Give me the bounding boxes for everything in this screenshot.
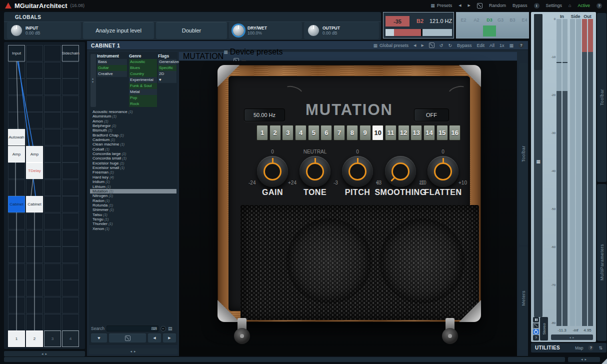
preset-item[interactable]: Hard key (4)	[90, 175, 176, 180]
analyze-input-button[interactable]: Analyze input level	[83, 22, 154, 39]
filter-item[interactable]: Blues	[129, 65, 157, 71]
prev-item-button[interactable]: ◀	[148, 334, 161, 342]
home-icon[interactable]: ⌂	[568, 3, 571, 8]
help-icon[interactable]: ?	[518, 42, 524, 48]
prev-preset-button[interactable]: ◀	[458, 4, 461, 8]
drywet-knob[interactable]	[233, 25, 244, 36]
preset-item[interactable]: Cobalt (1)	[90, 147, 176, 152]
preset-item[interactable]: Rotunda (1)	[90, 203, 176, 208]
presets-menu[interactable]: ▦Presets	[430, 3, 452, 8]
step-button-15[interactable]: 15	[436, 125, 448, 140]
filter-item[interactable]: 2D	[158, 71, 176, 77]
patch-node-slot4[interactable]: 4	[62, 330, 79, 347]
random-button[interactable]: Random	[489, 3, 506, 8]
preset-item[interactable]: Freeman (1)	[90, 170, 176, 174]
patch-node-autowah[interactable]: Autowah	[8, 129, 25, 146]
step-button-13[interactable]: 13	[410, 125, 422, 140]
level-detector-display[interactable]: -35 B2 121.0 HZ	[383, 12, 454, 38]
preset-item[interactable]: Lithium (1)	[90, 184, 176, 189]
redo-icon[interactable]: ↻	[448, 43, 452, 48]
filter-item[interactable]: Metal	[129, 89, 157, 95]
pause-button[interactable]	[533, 317, 539, 322]
step-button-10[interactable]: 10	[372, 125, 384, 140]
knob-body[interactable]	[300, 156, 330, 187]
preset-item[interactable]: Xenon (1)	[90, 226, 176, 231]
knob-body[interactable]	[342, 156, 373, 187]
filter-item[interactable]: Experimental	[129, 77, 157, 83]
output-knob[interactable]	[308, 25, 319, 36]
preset-item[interactable]: Tatsu (1)	[90, 212, 176, 217]
filter-item[interactable]: Country	[129, 71, 157, 77]
knob-flatten[interactable]: 0-10+10FLATTEN	[422, 149, 464, 199]
device-presets-menu[interactable]: ▦Device presets	[224, 48, 282, 56]
meter-hscrollbar[interactable]: ◂ ▸	[551, 334, 593, 340]
patch-node-amp1[interactable]: Amp	[8, 146, 25, 162]
preset-item[interactable]: Excelsior small (1)	[90, 166, 176, 170]
input-knob[interactable]	[11, 25, 22, 36]
step-button-6[interactable]: 6	[320, 125, 332, 140]
stereo-mode-tab[interactable]: Stereo	[540, 317, 548, 340]
prev-global-preset-button[interactable]: ◀	[414, 44, 416, 48]
collapse-expand-icon[interactable]: ⇅	[598, 346, 602, 350]
keyboard-icon[interactable]: ⌨	[151, 326, 157, 331]
step-button-1[interactable]: 1	[256, 125, 268, 140]
knob-body[interactable]	[428, 156, 458, 187]
step-button-3[interactable]: 3	[282, 125, 294, 140]
global-presets-menu[interactable]: ▦Global presets	[374, 43, 409, 48]
guitar-tuner-display[interactable]: E2A2D3G3B3E4	[456, 12, 529, 38]
random-preset-button[interactable]	[109, 334, 146, 342]
filter-item[interactable]: Acoustic	[129, 59, 157, 65]
knob-body[interactable]	[385, 156, 416, 187]
next-global-preset-button[interactable]: ▶	[421, 44, 424, 48]
channels-grid-icon[interactable]: ▦	[509, 43, 514, 48]
preset-item[interactable]: Acoustic resonance (1)	[90, 110, 176, 114]
meter-zoom-handle[interactable]	[534, 14, 542, 70]
filter-vscrollbar[interactable]: ◂ ▸	[90, 54, 96, 107]
help-icon[interactable]: ?	[588, 345, 594, 350]
meter-zoom-slider[interactable]: ▦	[534, 14, 542, 317]
preset-item[interactable]: Excelsior huge (1)	[90, 161, 176, 166]
preset-item[interactable]: Mutation (1)	[90, 189, 176, 194]
preset-item[interactable]: Thunder (1)	[90, 222, 176, 226]
filter-item[interactable]: Specific	[158, 65, 176, 71]
doubler-button[interactable]: Doubler	[156, 22, 227, 39]
list-view-icon[interactable]: ▤	[168, 326, 172, 331]
filter-item[interactable]: ♥	[158, 77, 176, 83]
window-hscrollbar-right[interactable]: ◂ ▸	[568, 357, 600, 362]
browser-hscrollbar[interactable]: ◂ ▸	[89, 348, 178, 354]
right-toolbar-tab[interactable]: Toolbar	[597, 13, 606, 182]
filter-item[interactable]: Funk & Soul	[129, 83, 157, 89]
knob-gain[interactable]: 0-24+24GAIN	[252, 149, 294, 199]
next-preset-button[interactable]: ▶	[468, 4, 470, 8]
patch-node-tdelay[interactable]: TDelay	[26, 162, 43, 179]
resize-handle[interactable]	[602, 358, 607, 364]
randomize-meters-button[interactable]	[533, 323, 539, 328]
step-button-14[interactable]: 14	[424, 125, 435, 140]
step-button-9[interactable]: 9	[360, 125, 371, 140]
patch-node-cabinet2[interactable]: Cabinet	[26, 196, 43, 212]
window-hscrollbar[interactable]	[4, 357, 565, 362]
clear-search-icon[interactable]: −	[160, 326, 166, 332]
preset-item[interactable]: Shimmer (1)	[90, 208, 176, 212]
preset-item[interactable]: Bismuth (1)	[90, 128, 176, 132]
preset-item[interactable]: Bradford Chap (1)	[90, 133, 176, 138]
filter-item[interactable]: Pop	[129, 95, 157, 101]
favorite-button[interactable]: ♥	[91, 334, 107, 342]
filter-item[interactable]: Generalized	[158, 59, 176, 65]
cabinet-all-button[interactable]: All	[490, 43, 494, 48]
patch-node-sidechain[interactable]: Sidechain	[62, 45, 79, 62]
patch-node-amp2[interactable]: Amp	[26, 146, 43, 162]
cabinet-edit-button[interactable]: Edit	[476, 43, 484, 48]
knob-pitch[interactable]: 0-3+3PITCH	[336, 149, 378, 199]
preset-item[interactable]: Cadmium (1)	[90, 138, 176, 142]
preset-item[interactable]: Concordia large (1)	[90, 152, 176, 156]
step-button-7[interactable]: 7	[334, 125, 345, 140]
step-button-11[interactable]: 11	[385, 125, 396, 140]
bypass-button[interactable]: Bypass	[512, 3, 528, 8]
filter-item[interactable]: Rock	[129, 101, 157, 107]
settings-button[interactable]: Settings	[546, 3, 562, 8]
toolbar-collapsed-tab[interactable]: Toolbar	[519, 63, 528, 245]
preset-item[interactable]: Aluminium (1)	[90, 114, 176, 118]
knob-tone[interactable]: NEUTRALTONE	[294, 149, 336, 199]
map-label[interactable]: Map	[575, 346, 584, 350]
